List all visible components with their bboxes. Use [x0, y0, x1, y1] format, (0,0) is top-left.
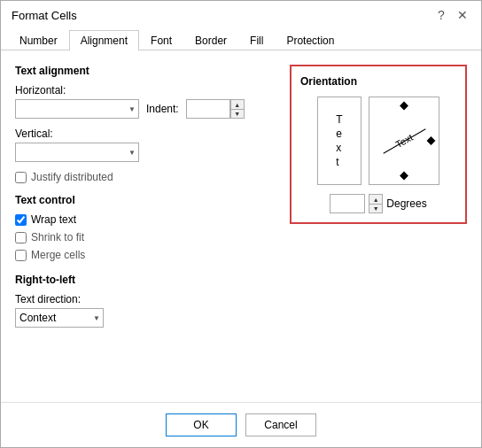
tab-fill[interactable]: Fill [238, 30, 275, 50]
footer: OK Cancel [1, 402, 481, 447]
close-icon[interactable]: ✕ [455, 8, 470, 22]
tab-border[interactable]: Border [183, 30, 238, 50]
justify-distributed-checkbox[interactable] [15, 172, 27, 183]
help-icon[interactable]: ? [433, 8, 449, 22]
orientation-box: Orientation T e x t [290, 65, 467, 224]
title-bar: Format Cells ? ✕ [1, 1, 481, 22]
text-alignment-title: Text alignment [15, 65, 276, 77]
degrees-spinner: ▲ ▼ [369, 194, 383, 213]
horizontal-select[interactable] [15, 99, 139, 119]
main-area: Text alignment Horizontal: ▼ Indent: [15, 65, 467, 381]
dialog-title: Format Cells [12, 9, 77, 22]
indent-down-button[interactable]: ▼ [230, 109, 245, 119]
right-to-left-title: Right-to-left [15, 274, 276, 286]
angle-content: Text [369, 97, 439, 184]
vertical-group: Vertical: ▼ [15, 127, 276, 162]
horizontal-row: ▼ Indent: ▲ ▼ [15, 99, 276, 119]
indent-up-button[interactable]: ▲ [230, 99, 245, 109]
orientation-panel: Orientation T e x t [290, 65, 467, 381]
orientation-visual: T e x t [300, 97, 456, 185]
tab-alignment[interactable]: Alignment [69, 30, 139, 50]
wrap-text-label[interactable]: Wrap text [15, 213, 276, 226]
text-angled-box[interactable]: Text [369, 97, 439, 185]
tab-protection[interactable]: Protection [275, 30, 346, 50]
horizontal-label: Horizontal: [15, 84, 276, 97]
orientation-title: Orientation [300, 75, 456, 88]
shrink-to-fit-group: Shrink to fit [15, 231, 276, 243]
text-direction-wrapper: Context Left-to-Right Right-to-Left ▼ [15, 308, 104, 328]
indent-spinner: ▲ ▼ [230, 99, 245, 119]
vertical-label: Vertical: [15, 127, 276, 140]
vertical-select-wrapper: ▼ [15, 143, 139, 162]
degrees-label: Degrees [386, 197, 426, 210]
left-panel: Text alignment Horizontal: ▼ Indent: [15, 65, 276, 381]
shrink-to-fit-checkbox[interactable] [15, 232, 27, 243]
degrees-row: -30 ▲ ▼ Degrees [300, 194, 456, 213]
text-control-title: Text control [15, 194, 276, 206]
horizontal-group: Horizontal: ▼ Indent: ▲ [15, 84, 276, 119]
indent-spin-group: ▲ ▼ [186, 99, 245, 119]
cancel-button[interactable]: Cancel [245, 413, 316, 436]
wrap-text-checkbox[interactable] [15, 214, 27, 226]
tab-number[interactable]: Number [8, 30, 69, 50]
merge-cells-checkbox[interactable] [15, 250, 27, 261]
vertical-select[interactable] [15, 143, 139, 162]
degrees-input[interactable]: -30 [330, 194, 365, 213]
justify-distributed-group: Justify distributed [15, 171, 276, 183]
right-to-left-section: Right-to-left Text direction: Context Le… [15, 274, 276, 328]
text-control-section: Text control Wrap text Shrink to fit [15, 194, 276, 261]
title-icons: ? ✕ [433, 8, 470, 22]
horizontal-select-wrapper: ▼ [15, 99, 139, 119]
angled-text: Text [393, 132, 414, 150]
tab-font[interactable]: Font [139, 30, 183, 50]
text-direction-label: Text direction: [15, 293, 276, 305]
indent-input[interactable] [186, 99, 230, 119]
format-cells-dialog: Format Cells ? ✕ Number Alignment Font B… [0, 0, 482, 448]
ok-button[interactable]: OK [166, 413, 237, 436]
wrap-text-group: Wrap text [15, 213, 276, 226]
shrink-to-fit-label[interactable]: Shrink to fit [15, 231, 276, 243]
justify-distributed-label[interactable]: Justify distributed [15, 171, 276, 183]
indent-label: Indent: [146, 103, 179, 115]
degrees-up-button[interactable]: ▲ [369, 194, 383, 204]
degrees-down-button[interactable]: ▼ [369, 204, 383, 213]
vertical-text: T e x t [336, 112, 342, 169]
merge-cells-label[interactable]: Merge cells [15, 249, 276, 261]
merge-cells-group: Merge cells [15, 249, 276, 261]
text-direction-select[interactable]: Context Left-to-Right Right-to-Left [15, 308, 104, 328]
text-vertical-box[interactable]: T e x t [317, 97, 362, 185]
tab-content: Text alignment Horizontal: ▼ Indent: [1, 50, 481, 395]
tab-bar: Number Alignment Font Border Fill Protec… [1, 26, 481, 50]
